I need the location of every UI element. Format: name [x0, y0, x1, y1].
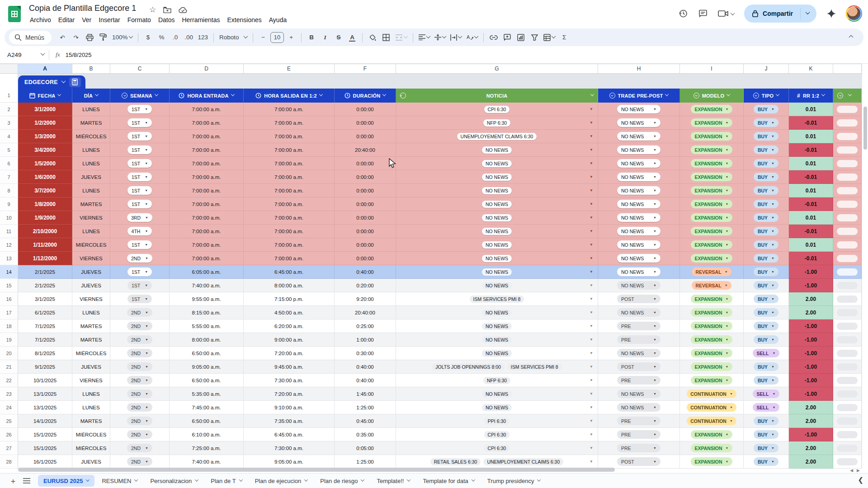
modelo-dropdown[interactable]: EXPANSION▼ [691, 173, 732, 181]
trade-dropdown[interactable]: NO NEWS▼ [617, 281, 660, 290]
move-folder-icon[interactable] [163, 7, 171, 13]
noticia-chip[interactable]: NO NEWS [482, 336, 512, 343]
trade-dropdown[interactable]: NO NEWS▼ [617, 213, 660, 222]
empty-dropdown-pill[interactable] [837, 160, 858, 167]
semana-dropdown[interactable]: 1ST▼ [127, 240, 152, 249]
row-number-14[interactable]: 14 [0, 265, 18, 279]
cell-noticia[interactable]: JOLTS JOB OPENNINGS 8:00ISM SERVICES PMI… [396, 360, 598, 374]
cell-dia[interactable]: VIERNES [72, 211, 110, 225]
version-history-icon[interactable] [678, 9, 688, 19]
cell-hora-salida[interactable]: 7:15:00 p.m. [244, 292, 335, 306]
cell-extra[interactable] [833, 116, 862, 130]
cell-rr[interactable]: 2.00 [789, 306, 833, 319]
cell-modelo[interactable]: EXPANSION▼ [680, 143, 744, 157]
cell-tipo[interactable]: BUY▼ [744, 414, 789, 428]
noticia-dropdown-icon[interactable]: ▼ [590, 161, 593, 165]
noticia-dropdown-icon[interactable]: ▼ [590, 378, 593, 382]
font-select-dropdown-icon[interactable] [244, 34, 248, 38]
cell-tipo[interactable]: BUY▼ [744, 157, 789, 170]
cell-noticia[interactable]: NO NEWS▼ [396, 143, 598, 157]
column-letter-C[interactable]: C [110, 64, 170, 74]
header-dropdown-icon[interactable] [57, 92, 61, 96]
tipo-dropdown[interactable]: BUY▼ [754, 240, 778, 249]
cell-noticia[interactable]: NO NEWS▼ [396, 157, 598, 170]
cell-rr[interactable]: 0.01 [789, 238, 833, 252]
cell-semana[interactable]: 4TH▼ [110, 225, 170, 238]
header-dropdown-icon[interactable] [382, 92, 386, 96]
row-number-15[interactable]: 15 [0, 279, 18, 292]
row-number-7[interactable]: 7 [0, 170, 18, 184]
cell-rr[interactable]: 2.00 [789, 455, 833, 469]
trade-dropdown[interactable]: PRE▼ [617, 430, 660, 439]
cell-extra[interactable] [833, 279, 862, 292]
tipo-dropdown[interactable]: BUY▼ [754, 322, 778, 330]
modelo-dropdown[interactable]: CONTINUATION▼ [687, 403, 736, 412]
cell-hora-entrada[interactable]: 6:05:00 a.m. [170, 265, 244, 279]
select-all-corner[interactable] [0, 64, 18, 74]
cell-extra[interactable] [833, 401, 862, 414]
insert-chart-button[interactable] [514, 31, 527, 44]
cell-modelo[interactable]: EXPANSION▼ [680, 292, 744, 306]
cell-extra[interactable] [833, 306, 862, 319]
noticia-dropdown-icon[interactable]: ▼ [590, 283, 593, 287]
cell-trade[interactable]: NO NEWS▼ [598, 170, 680, 184]
cell-tipo[interactable]: BUY▼ [744, 238, 789, 252]
cell-duracion[interactable]: 0:00:00 [335, 130, 396, 143]
column-letter-H[interactable]: H [598, 64, 680, 74]
cell-hora-entrada[interactable]: 6:50:00 a.m. [170, 374, 244, 387]
cell-fecha[interactable]: 3/1/2025 [18, 292, 72, 306]
cell-hora-salida[interactable]: 7:00:00 a.m. [244, 197, 335, 211]
cell-hora-entrada[interactable]: 7:00:00 a.m. [170, 116, 244, 130]
cell-rr[interactable]: -1.00 [789, 374, 833, 387]
noticia-dropdown-icon[interactable]: ▼ [590, 148, 593, 152]
modelo-dropdown[interactable]: EXPANSION▼ [691, 457, 732, 466]
all-sheets-button[interactable] [20, 474, 33, 488]
cell-rr[interactable]: 2.00 [789, 441, 833, 455]
cell-modelo[interactable]: EXPANSION▼ [680, 306, 744, 319]
cell-fecha[interactable]: 2/1/2025 [18, 279, 72, 292]
cell-duracion[interactable]: 0:00:00 [335, 225, 396, 238]
semana-dropdown[interactable]: 2ND▼ [127, 430, 152, 439]
cell-tipo[interactable]: BUY▼ [744, 184, 789, 197]
cell-trade[interactable]: POST▼ [598, 455, 680, 469]
cell-noticia[interactable]: NO NEWS▼ [396, 211, 598, 225]
cell-hora-entrada[interactable]: 7:00:00 a.m. [170, 197, 244, 211]
cell-noticia[interactable]: NFP 6:30▼ [396, 374, 598, 387]
decrease-decimal-button[interactable]: .0 [169, 31, 182, 44]
cell-hora-salida[interactable]: 7:35:00 a.m. [244, 414, 335, 428]
cell-trade[interactable]: NO NEWS▼ [598, 252, 680, 265]
cell-dia[interactable]: VIERNES [72, 252, 110, 265]
cell-tipo[interactable]: BUY▼ [744, 441, 789, 455]
undo-button[interactable]: ↶ [56, 31, 69, 44]
cell-extra[interactable] [833, 103, 862, 116]
semana-dropdown[interactable]: 3RD▼ [127, 213, 152, 222]
cell-modelo[interactable]: EXPANSION▼ [680, 116, 744, 130]
tipo-dropdown[interactable]: BUY▼ [754, 118, 778, 127]
cell-dia[interactable]: JUEVES [72, 279, 110, 292]
cell-tipo[interactable]: BUY▼ [744, 292, 789, 306]
cell-rr[interactable]: -1.00 [789, 279, 833, 292]
cell-semana[interactable]: 2ND▼ [110, 252, 170, 265]
noticia-chip[interactable]: NO NEWS [482, 201, 512, 208]
header-noticia[interactable]: NOTICIA [396, 89, 598, 103]
tipo-dropdown[interactable]: BUY▼ [754, 430, 778, 439]
noticia-chip[interactable]: CPI 6:30 [484, 106, 510, 113]
insert-link-button[interactable] [487, 31, 500, 44]
tipo-dropdown[interactable]: BUY▼ [754, 444, 778, 452]
header-tipo[interactable]: TIPO [744, 89, 789, 103]
cell-modelo[interactable]: EXPANSION▼ [680, 211, 744, 225]
semana-dropdown[interactable]: 1ST▼ [127, 118, 152, 127]
cell-duracion[interactable]: 0:00:00 [335, 103, 396, 116]
cell-rr[interactable]: -0.01 [789, 170, 833, 184]
noticia-dropdown-icon[interactable]: ▼ [590, 365, 593, 369]
modelo-dropdown[interactable]: EXPANSION▼ [691, 159, 732, 168]
cell-trade[interactable]: NO NEWS▼ [598, 225, 680, 238]
row-number-8[interactable]: 8 [0, 184, 18, 197]
cell-duracion[interactable]: 0:25:00 [335, 319, 396, 333]
semana-dropdown[interactable]: 2ND▼ [127, 335, 152, 344]
row-number-17[interactable]: 17 [0, 306, 18, 319]
meet-camera-icon[interactable] [718, 9, 734, 18]
borders-button[interactable] [380, 31, 392, 44]
modelo-dropdown[interactable]: EXPANSION▼ [691, 105, 732, 113]
cell-duracion[interactable]: 0:40:00 [335, 360, 396, 374]
